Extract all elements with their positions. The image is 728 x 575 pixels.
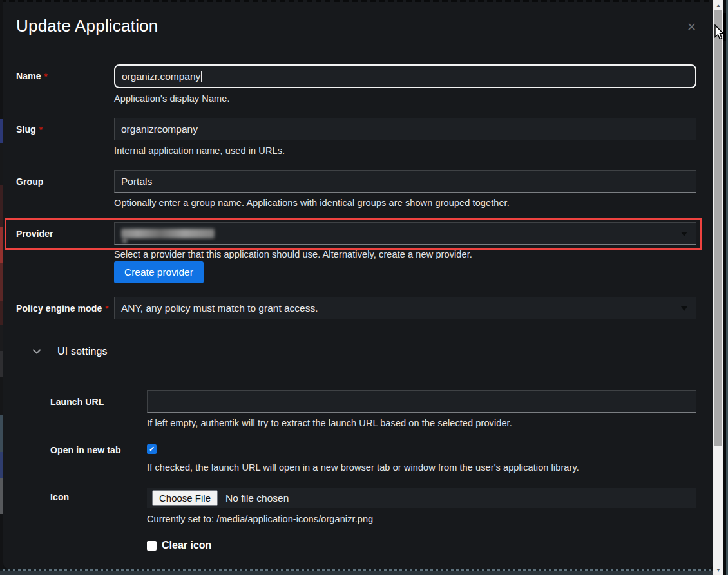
provider-select[interactable] [114,222,696,245]
choose-file-button[interactable]: Choose File [152,490,218,506]
name-field[interactable]: organizr.company [114,64,696,88]
open-in-new-tab-helper: If checked, the launch URL will open in … [147,462,696,473]
select-caret-icon [681,232,687,236]
update-application-modal: Update Application ✕ Name* organizr.comp… [3,2,713,569]
open-in-new-tab-label: Open in new tab [50,444,147,455]
required-marker: * [39,125,43,135]
vertical-scrollbar[interactable]: ▲ ▼ [713,0,723,575]
text-cursor [201,71,202,82]
scroll-down-icon[interactable]: ▼ [713,565,723,574]
form-row-name: Name* organizr.company Application's dis… [16,64,696,104]
clear-icon-label: Clear icon [162,540,211,551]
launch-url-label: Launch URL [50,390,147,407]
scroll-up-icon[interactable]: ▲ [713,1,723,10]
mouse-cursor [714,24,725,44]
required-marker: * [105,304,108,314]
open-in-new-tab-checkbox[interactable]: ✓ [147,444,157,454]
name-helper: Application's display Name. [114,93,696,104]
chevron-down-icon[interactable] [32,347,41,356]
group-field[interactable] [114,170,696,193]
policy-engine-mode-select[interactable]: ANY, any policy must match to grant acce… [114,297,696,319]
ui-settings-group-header[interactable]: UI settings [32,344,696,359]
create-provider-button[interactable]: Create provider [114,261,204,283]
scrollbar-thumb[interactable] [714,10,722,446]
group-helper: Optionally enter a group name. Applicati… [114,198,696,208]
launch-url-helper: If left empty, authentik will try to ext… [147,418,696,428]
slug-field[interactable] [114,118,696,140]
policy-engine-mode-label: Policy engine mode* [16,297,114,314]
background-page-edge [0,0,3,575]
select-caret-icon [681,306,687,311]
icon-helper: Currently set to: /media/application-ico… [147,514,696,524]
form-row-provider: Provider Select a provider that this app… [16,222,696,283]
provider-label: Provider [16,222,114,239]
slug-label: Slug* [16,118,114,135]
clear-icon-checkbox[interactable] [147,541,157,551]
group-label: Group [16,170,114,187]
form-row-slug: Slug* Internal application name, used in… [16,118,696,156]
screenshot-bottom-edge [0,569,728,575]
form-row-policy-engine-mode: Policy engine mode* ANY, any policy must… [16,297,696,319]
slug-helper: Internal application name, used in URLs. [114,146,696,156]
ui-settings-label: UI settings [57,346,108,357]
provider-helper: Select a provider that this application … [114,249,696,259]
form-row-clear-icon: Clear icon [50,540,696,551]
close-icon[interactable]: ✕ [687,21,696,33]
check-icon: ✓ [149,445,155,453]
form-row-open-in-new-tab: Open in new tab ✓ If checked, the launch… [50,444,696,473]
file-status-text: No file chosen [225,493,289,504]
screenshot-top-edge [0,0,728,2]
name-label: Name* [16,64,114,81]
icon-label: Icon [50,488,147,502]
required-marker: * [44,71,48,81]
form-row-icon: Icon Choose File No file chosen Currentl… [50,488,696,524]
form-row-launch-url: Launch URL If left empty, authentik will… [50,390,696,428]
form-row-group: Group Optionally enter a group name. App… [16,170,696,208]
screenshot-right-edge [723,0,728,575]
page-title: Update Application [16,16,696,36]
launch-url-field[interactable] [147,390,696,413]
redacted-provider-value [121,229,215,238]
icon-file-input[interactable]: Choose File No file chosen [147,488,696,508]
